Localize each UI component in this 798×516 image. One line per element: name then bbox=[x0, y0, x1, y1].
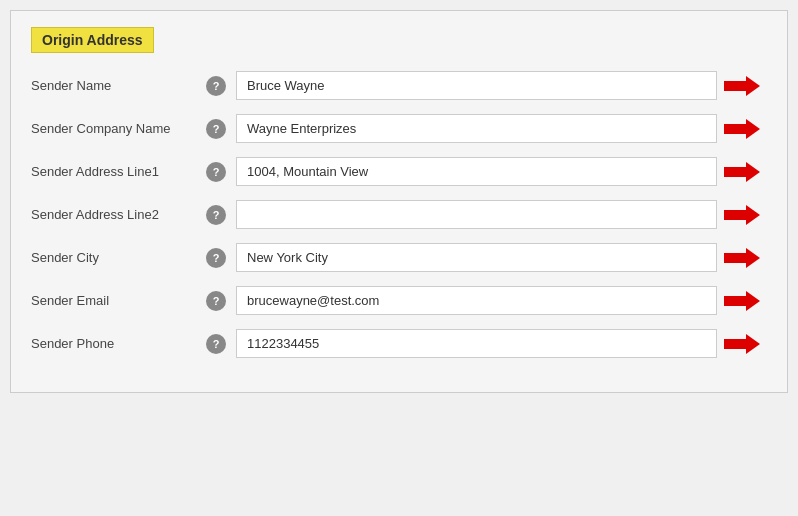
arrow-head-sender-phone bbox=[746, 334, 760, 354]
input-sender-city[interactable] bbox=[236, 243, 717, 272]
label-sender-email: Sender Email bbox=[31, 293, 206, 308]
input-col-sender-email bbox=[236, 286, 717, 315]
arrow-col-sender-phone bbox=[717, 334, 767, 354]
input-sender-email[interactable] bbox=[236, 286, 717, 315]
help-icon-sender-email[interactable]: ? bbox=[206, 291, 226, 311]
input-sender-name[interactable] bbox=[236, 71, 717, 100]
arrow-head-sender-company bbox=[746, 119, 760, 139]
form-row-sender-company: Sender Company Name ? bbox=[31, 114, 767, 143]
form-row-sender-name: Sender Name ? bbox=[31, 71, 767, 100]
label-sender-phone: Sender Phone bbox=[31, 336, 206, 351]
arrow-icon-sender-city bbox=[724, 248, 760, 268]
label-sender-name: Sender Name bbox=[31, 78, 206, 93]
form-row-sender-address2: Sender Address Line2 ? bbox=[31, 200, 767, 229]
arrow-body-sender-phone bbox=[724, 339, 746, 349]
input-sender-address2[interactable] bbox=[236, 200, 717, 229]
origin-address-container: Origin Address Sender Name ? Sender Comp… bbox=[10, 10, 788, 393]
arrow-body-sender-address2 bbox=[724, 210, 746, 220]
form-row-sender-city: Sender City ? bbox=[31, 243, 767, 272]
help-icon-sender-city[interactable]: ? bbox=[206, 248, 226, 268]
section-title: Origin Address bbox=[31, 27, 154, 53]
arrow-col-sender-address1 bbox=[717, 162, 767, 182]
form-row-sender-phone: Sender Phone ? bbox=[31, 329, 767, 358]
input-sender-company[interactable] bbox=[236, 114, 717, 143]
arrow-head-sender-address2 bbox=[746, 205, 760, 225]
arrow-icon-sender-name bbox=[724, 76, 760, 96]
arrow-head-sender-name bbox=[746, 76, 760, 96]
help-icon-sender-address2[interactable]: ? bbox=[206, 205, 226, 225]
help-icon-sender-name[interactable]: ? bbox=[206, 76, 226, 96]
arrow-body-sender-address1 bbox=[724, 167, 746, 177]
arrow-icon-sender-address2 bbox=[724, 205, 760, 225]
arrow-icon-sender-company bbox=[724, 119, 760, 139]
arrow-icon-sender-address1 bbox=[724, 162, 760, 182]
label-sender-city: Sender City bbox=[31, 250, 206, 265]
help-icon-sender-address1[interactable]: ? bbox=[206, 162, 226, 182]
arrow-col-sender-address2 bbox=[717, 205, 767, 225]
input-col-sender-address1 bbox=[236, 157, 717, 186]
arrow-col-sender-email bbox=[717, 291, 767, 311]
input-col-sender-address2 bbox=[236, 200, 717, 229]
arrow-col-sender-company bbox=[717, 119, 767, 139]
help-icon-sender-company[interactable]: ? bbox=[206, 119, 226, 139]
arrow-head-sender-city bbox=[746, 248, 760, 268]
input-col-sender-city bbox=[236, 243, 717, 272]
label-sender-address1: Sender Address Line1 bbox=[31, 164, 206, 179]
arrow-icon-sender-email bbox=[724, 291, 760, 311]
input-col-sender-name bbox=[236, 71, 717, 100]
arrow-body-sender-name bbox=[724, 81, 746, 91]
label-sender-company: Sender Company Name bbox=[31, 121, 206, 136]
input-sender-phone[interactable] bbox=[236, 329, 717, 358]
help-icon-sender-phone[interactable]: ? bbox=[206, 334, 226, 354]
label-sender-address2: Sender Address Line2 bbox=[31, 207, 206, 222]
arrow-head-sender-address1 bbox=[746, 162, 760, 182]
arrow-body-sender-email bbox=[724, 296, 746, 306]
arrow-col-sender-city bbox=[717, 248, 767, 268]
input-sender-address1[interactable] bbox=[236, 157, 717, 186]
input-col-sender-company bbox=[236, 114, 717, 143]
arrow-icon-sender-phone bbox=[724, 334, 760, 354]
arrow-body-sender-city bbox=[724, 253, 746, 263]
input-col-sender-phone bbox=[236, 329, 717, 358]
arrow-col-sender-name bbox=[717, 76, 767, 96]
arrow-body-sender-company bbox=[724, 124, 746, 134]
form-row-sender-email: Sender Email ? bbox=[31, 286, 767, 315]
arrow-head-sender-email bbox=[746, 291, 760, 311]
form-row-sender-address1: Sender Address Line1 ? bbox=[31, 157, 767, 186]
